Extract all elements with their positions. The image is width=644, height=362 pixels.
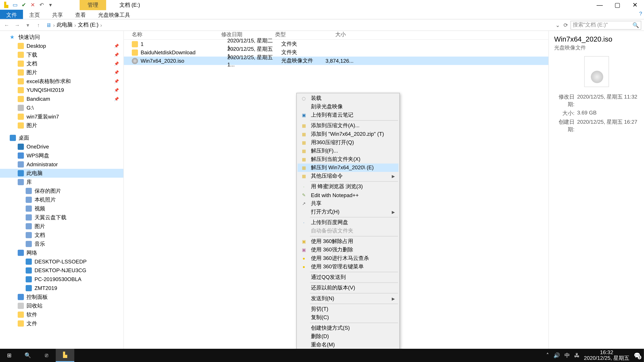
tree-quick-item[interactable]: excel表格制作求和📌	[0, 77, 124, 86]
ctx-item[interactable]: 发送到(N)▶	[298, 294, 398, 303]
ctx-item[interactable]: ▦添加到压缩文件(A)...	[298, 121, 398, 130]
ctx-item[interactable]: ▣上传到有道云笔记	[298, 111, 398, 119]
tree-quick-item[interactable]: 图片📌	[0, 68, 124, 77]
tree-library[interactable]: 库	[0, 178, 124, 187]
tree-controlpanel[interactable]: 控制面板	[0, 293, 124, 302]
tree-wps[interactable]: WPS网盘	[0, 151, 124, 160]
search-input[interactable]: 搜索"文档 (E:)" 🔍	[570, 21, 641, 29]
tray-notification-icon[interactable]: 💬3	[634, 352, 640, 359]
tree-lib-item[interactable]: 天翼云盘下载	[0, 213, 124, 222]
tree-onedrive[interactable]: OneDrive	[0, 142, 124, 151]
ctx-item[interactable]: ◌装载	[298, 94, 398, 103]
tree-quick-item[interactable]: 下载📌	[0, 50, 124, 59]
tree-net-item[interactable]: ZMT2019	[0, 284, 124, 293]
tab-file[interactable]: 文件	[0, 10, 23, 19]
help-icon[interactable]: ?	[639, 10, 642, 17]
close-button[interactable]: ✕	[626, 0, 644, 10]
ctx-item[interactable]: 打开方式(H)▶	[298, 208, 398, 216]
tab-view[interactable]: 查看	[69, 10, 92, 19]
tree-quick-item[interactable]: Desktop📌	[0, 41, 124, 50]
ctx-item[interactable]: 创建快捷方式(S)	[298, 324, 398, 332]
tree-lib-item[interactable]: 图片	[0, 222, 124, 231]
ctx-item[interactable]: 通过QQ发送到	[298, 273, 398, 282]
ctx-item[interactable]: ▦其他压缩命令▶	[298, 172, 398, 180]
tree-files[interactable]: 文件	[0, 319, 124, 328]
tab-iso-tool[interactable]: 光盘映像工具	[92, 10, 136, 19]
tree-lib-item[interactable]: 本机照片	[0, 195, 124, 204]
tree-quick-access[interactable]: ★快速访问	[0, 33, 124, 41]
maximize-button[interactable]: ▢	[608, 0, 626, 10]
ctx-item[interactable]: 刻录光盘映像	[298, 103, 398, 111]
breadcrumb[interactable]: 🖥 › 此电脑 › 文档 (E:) ›	[46, 21, 556, 29]
tree-lib-item[interactable]: 音乐	[0, 240, 124, 248]
tree-lib-item[interactable]: 文档	[0, 231, 124, 240]
tree-thispc[interactable]: 此电脑	[0, 169, 124, 178]
tree-lib-item[interactable]: 保存的图片	[0, 187, 124, 195]
ctx-item[interactable]: ●使用 360进行木马云查杀	[298, 254, 398, 263]
taskbar-explorer[interactable]: ▙	[56, 349, 74, 362]
tray-network-icon[interactable]: 🖧	[574, 352, 580, 359]
ctx-item[interactable]: ●使用 360管理右键菜单	[298, 263, 398, 271]
ribbon-context-tab[interactable]: 管理	[80, 0, 106, 10]
tree-quick-item[interactable]: YUNQISHI2019📌	[0, 86, 124, 95]
ctx-item[interactable]: 重命名(M)	[298, 341, 398, 349]
taskbar-clock[interactable]: 16:32 2020/12/25, 星期五	[584, 350, 630, 361]
tray-expand-icon[interactable]: ˄	[546, 352, 549, 359]
tab-home[interactable]: 主页	[23, 10, 46, 19]
taskview-icon[interactable]: ⎚	[37, 349, 56, 362]
tree-network[interactable]: 网络	[0, 248, 124, 257]
ctx-item[interactable]: ▦解压到 Win7x64_2020\ (E)	[298, 164, 398, 172]
tree-user[interactable]: Administrator	[0, 160, 124, 169]
dropdown-icon[interactable]: ⌄	[556, 22, 560, 28]
refresh-icon[interactable]: ⟳	[564, 22, 568, 28]
tree-quick-item[interactable]: G:\	[0, 103, 124, 112]
qat-undo-icon[interactable]: ↶	[38, 1, 45, 8]
ctx-item[interactable]: 复制(C)	[298, 313, 398, 322]
tree-quick-item[interactable]: 文档📌	[0, 59, 124, 68]
taskbar-search-icon[interactable]: 🔍	[18, 349, 37, 362]
ctx-item[interactable]: ↗共享	[298, 199, 398, 208]
tab-share[interactable]: 共享	[46, 10, 69, 19]
column-headers[interactable]: 名称 修改日期 类型 大小	[124, 31, 548, 40]
nav-back-icon[interactable]: ←	[3, 22, 10, 28]
ctx-item[interactable]: 还原以前的版本(V)	[298, 284, 398, 292]
start-button[interactable]: ⊞	[0, 349, 18, 362]
tree-recycle[interactable]: 回收站	[0, 301, 124, 310]
tree-software[interactable]: 软件	[0, 310, 124, 319]
ctx-item[interactable]: 删除(D)	[298, 332, 398, 341]
ctx-item[interactable]: ·用 蜂蜜浏览器 浏览(3)	[298, 183, 398, 191]
tree-lib-item[interactable]: 视频	[0, 204, 124, 213]
file-row[interactable]: Win7x64_2020.iso2020/12/25, 星期五 1...光盘映像…	[124, 57, 548, 65]
ctx-item[interactable]: ▣使用 360解除占用	[298, 237, 398, 246]
ctx-item[interactable]: ▦添加到 "Win7x64_2020.zip" (T)	[298, 130, 398, 138]
ctx-item[interactable]: 剪切(T)	[298, 305, 398, 313]
ctx-item[interactable]: ·上传到百度网盘	[298, 218, 398, 227]
tree-quick-item[interactable]: 图片	[0, 121, 124, 130]
ctx-item[interactable]: ▣使用 360强力删除	[298, 246, 398, 254]
tree-quick-item[interactable]: win7重装win7	[0, 112, 124, 121]
tray-volume-icon[interactable]: 🔊	[554, 352, 560, 359]
qat-more-icon[interactable]: ▾	[47, 1, 54, 8]
preview-subtitle: 光盘映像文件	[554, 44, 639, 52]
nav-forward-icon[interactable]: →	[13, 22, 21, 28]
nav-recent-icon[interactable]: ▾	[24, 22, 32, 28]
nav-up-icon[interactable]: ↑	[34, 22, 42, 28]
file-list: 名称 修改日期 类型 大小 12020/12/15, 星期二 1...文件夹Ba…	[124, 31, 548, 352]
tray-ime[interactable]: 中	[564, 352, 570, 359]
file-row[interactable]: 12020/12/15, 星期二 1...文件夹	[124, 40, 548, 48]
tree-desktop[interactable]: 桌面	[0, 133, 124, 142]
ctx-item[interactable]: ✎Edit with Notepad++	[298, 191, 398, 199]
ctx-item[interactable]: ▦解压到当前文件夹(X)	[298, 155, 398, 164]
qat-save-icon[interactable]: ▭	[12, 1, 18, 8]
qat-delete-icon[interactable]: ✕	[29, 1, 36, 8]
tree-net-item[interactable]: PC-20190530OBLA	[0, 275, 124, 284]
qat-check-icon[interactable]: ✔	[20, 1, 27, 8]
minimize-button[interactable]: —	[591, 0, 608, 10]
tree-net-item[interactable]: DESKTOP-NJEU3CG	[0, 266, 124, 275]
tree-net-item[interactable]: DESKTOP-LSSOEDP	[0, 257, 124, 266]
tree-quick-item[interactable]: Bandicam📌	[0, 94, 124, 103]
ctx-item[interactable]: ▦用360压缩打开(Q)	[298, 138, 398, 147]
file-row[interactable]: BaiduNetdiskDownload2020/12/25, 星期五 1...…	[124, 48, 548, 56]
ctx-item: 自动备份该文件夹	[298, 227, 398, 235]
ctx-item[interactable]: ▦解压到(F)...	[298, 147, 398, 155]
